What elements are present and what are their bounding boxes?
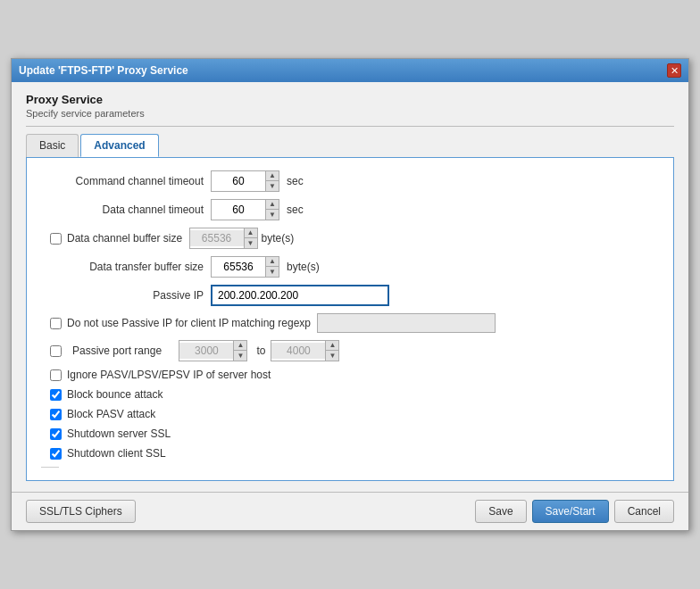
- data-channel-buffer-up[interactable]: ▲: [245, 228, 257, 238]
- passive-ip-input[interactable]: [211, 285, 389, 306]
- command-channel-timeout-input-group: ▲ ▼ sec: [211, 170, 304, 192]
- block-pasv-checkbox[interactable]: [50, 409, 62, 420]
- data-channel-timeout-label: Data channel timeout: [41, 203, 211, 216]
- ignore-pasv-row: Ignore PASV/LPSV/EPSV IP of server host: [41, 369, 659, 381]
- divider: [26, 126, 674, 127]
- data-channel-timeout-spinbox: ▲ ▼: [211, 199, 279, 220]
- section-subtitle: Specify service parameters: [26, 108, 674, 119]
- cancel-button[interactable]: Cancel: [614, 500, 674, 523]
- data-channel-timeout-down[interactable]: ▼: [266, 210, 279, 220]
- dialog-body: Proxy Service Specify service parameters…: [12, 82, 688, 492]
- data-channel-buffer-arrows: ▲ ▼: [244, 228, 257, 248]
- data-channel-timeout-input[interactable]: [212, 202, 265, 218]
- passive-port-to-up[interactable]: ▲: [326, 341, 338, 351]
- save-button[interactable]: Save: [475, 500, 526, 523]
- data-channel-timeout-row: Data channel timeout ▲ ▼ sec: [41, 199, 659, 220]
- data-transfer-buffer-input-group: ▲ ▼ byte(s): [211, 256, 320, 278]
- command-channel-timeout-down[interactable]: ▼: [266, 181, 279, 191]
- scroll-indicator: [41, 467, 59, 468]
- ignore-pasv-label[interactable]: Ignore PASV/LPSV/EPSV IP of server host: [67, 369, 271, 381]
- data-transfer-buffer-arrows: ▲ ▼: [265, 257, 279, 277]
- data-transfer-buffer-spinbox: ▲ ▼: [211, 256, 279, 278]
- passive-port-to-down[interactable]: ▼: [326, 351, 338, 361]
- data-channel-buffer-row: Data channel buffer size ▲ ▼ byte(s): [41, 228, 659, 249]
- passive-port-to-label: to: [256, 344, 265, 357]
- data-channel-buffer-checkbox[interactable]: [50, 233, 62, 245]
- block-bounce-checkbox[interactable]: [50, 389, 62, 401]
- data-transfer-buffer-unit: byte(s): [287, 261, 320, 273]
- footer-right: Save Save/Start Cancel: [475, 500, 674, 523]
- passive-port-from-input[interactable]: [179, 343, 233, 359]
- passive-port-from-up[interactable]: ▲: [234, 341, 246, 351]
- shutdown-server-ssl-checkbox[interactable]: [50, 428, 62, 440]
- passive-port-to-input[interactable]: [271, 343, 325, 359]
- data-channel-timeout-arrows: ▲ ▼: [265, 200, 279, 220]
- data-transfer-buffer-row: Data transfer buffer size ▲ ▼ byte(s): [41, 256, 659, 278]
- passive-ip-row: Passive IP: [41, 285, 659, 306]
- dialog-titlebar: Update 'FTPS-FTP' Proxy Service ✕: [12, 59, 688, 82]
- passive-port-range-label[interactable]: Passive port range: [72, 344, 162, 357]
- passive-ip-label: Passive IP: [41, 289, 211, 302]
- save-start-button[interactable]: Save/Start: [532, 500, 609, 523]
- tabs-bar: Basic Advanced: [26, 134, 674, 157]
- close-button[interactable]: ✕: [667, 63, 681, 78]
- data-channel-timeout-up[interactable]: ▲: [266, 200, 279, 210]
- block-bounce-row: Block bounce attack: [41, 388, 659, 401]
- do-not-use-passive-checkbox[interactable]: [50, 318, 62, 329]
- passive-port-range-checkbox[interactable]: [50, 345, 62, 357]
- shutdown-client-ssl-label[interactable]: Shutdown client SSL: [67, 447, 166, 460]
- data-channel-buffer-label[interactable]: Data channel buffer size: [67, 232, 182, 245]
- command-channel-timeout-up[interactable]: ▲: [266, 171, 279, 181]
- shutdown-server-ssl-label[interactable]: Shutdown server SSL: [67, 427, 171, 440]
- passive-port-from-down[interactable]: ▼: [234, 351, 246, 361]
- tab-content-advanced: Command channel timeout ▲ ▼ sec Data cha…: [26, 157, 674, 481]
- data-transfer-buffer-down[interactable]: ▼: [266, 267, 279, 277]
- block-pasv-label[interactable]: Block PASV attack: [67, 408, 155, 420]
- command-channel-timeout-spinbox: ▲ ▼: [211, 170, 279, 192]
- ssl-ciphers-button[interactable]: SSL/TLS Ciphers: [26, 500, 136, 523]
- dialog-footer: SSL/TLS Ciphers Save Save/Start Cancel: [12, 492, 688, 530]
- passive-port-to-spinbox: ▲ ▼: [271, 340, 339, 361]
- shutdown-server-ssl-row: Shutdown server SSL: [41, 427, 659, 440]
- data-channel-buffer-unit: byte(s): [262, 232, 295, 245]
- data-channel-timeout-input-group: ▲ ▼ sec: [211, 199, 304, 220]
- footer-left: SSL/TLS Ciphers: [26, 500, 136, 523]
- command-channel-timeout-arrows: ▲ ▼: [265, 171, 279, 191]
- command-channel-timeout-label: Command channel timeout: [41, 175, 211, 187]
- data-channel-buffer-spinbox: ▲ ▼: [189, 228, 258, 249]
- passive-regexp-input[interactable]: [317, 313, 496, 333]
- section-title: Proxy Service: [26, 93, 674, 106]
- command-channel-timeout-unit: sec: [287, 175, 304, 187]
- tab-basic[interactable]: Basic: [26, 134, 79, 157]
- data-transfer-buffer-up[interactable]: ▲: [266, 257, 279, 267]
- block-pasv-row: Block PASV attack: [41, 408, 659, 420]
- shutdown-client-ssl-row: Shutdown client SSL: [41, 447, 659, 460]
- update-proxy-dialog: Update 'FTPS-FTP' Proxy Service ✕ Proxy …: [11, 58, 689, 531]
- data-channel-timeout-unit: sec: [287, 203, 304, 216]
- do-not-use-passive-row: Do not use Passive IP for client IP matc…: [41, 313, 659, 333]
- tab-advanced[interactable]: Advanced: [80, 134, 158, 157]
- data-transfer-buffer-label: Data transfer buffer size: [41, 261, 211, 273]
- data-channel-buffer-down[interactable]: ▼: [245, 238, 257, 248]
- shutdown-client-ssl-checkbox[interactable]: [50, 448, 62, 460]
- data-channel-buffer-input[interactable]: [190, 230, 244, 246]
- command-channel-timeout-row: Command channel timeout ▲ ▼ sec: [41, 170, 659, 192]
- passive-port-from-arrows: ▲ ▼: [233, 341, 246, 361]
- do-not-use-passive-label[interactable]: Do not use Passive IP for client IP matc…: [67, 317, 311, 329]
- passive-port-from-spinbox: ▲ ▼: [179, 340, 247, 361]
- block-bounce-label[interactable]: Block bounce attack: [67, 388, 162, 401]
- command-channel-timeout-input[interactable]: [212, 173, 265, 189]
- passive-port-range-row: Passive port range ▲ ▼ to ▲ ▼: [41, 340, 659, 361]
- passive-port-to-arrows: ▲ ▼: [325, 341, 338, 361]
- ignore-pasv-checkbox[interactable]: [50, 369, 62, 381]
- data-transfer-buffer-input[interactable]: [212, 259, 265, 275]
- dialog-title: Update 'FTPS-FTP' Proxy Service: [19, 64, 188, 77]
